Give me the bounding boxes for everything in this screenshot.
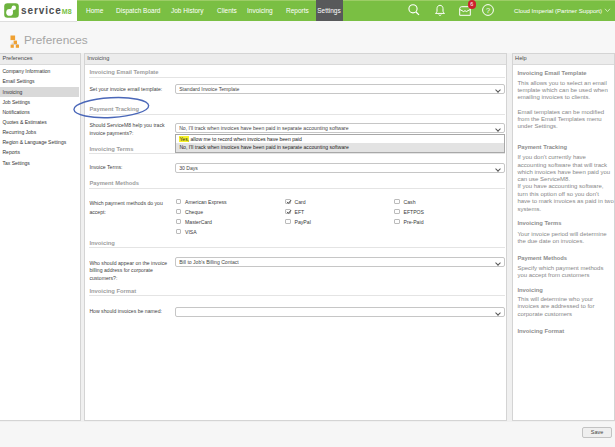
svg-text:?: ? [486, 6, 490, 15]
